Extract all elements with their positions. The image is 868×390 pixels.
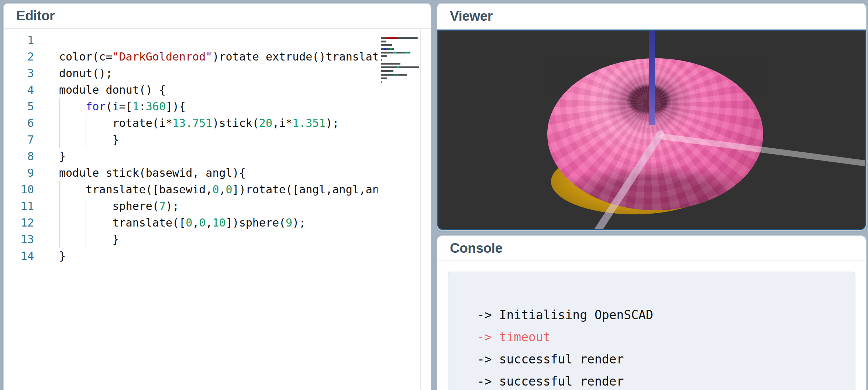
minimap-line — [381, 36, 420, 40]
code-token: (i=[ — [106, 100, 132, 113]
code-token: 360 — [146, 100, 166, 113]
code-line: 3donut(); — [4, 65, 431, 82]
indent-guide — [59, 181, 60, 198]
indent-guide — [59, 131, 60, 148]
minimap-line — [381, 55, 420, 58]
indent-guide — [86, 131, 86, 148]
minimap-line — [381, 58, 420, 62]
minimap-token — [381, 37, 386, 39]
indent-guide — [59, 231, 60, 248]
code-line: 9module stick(basewid, angl){ — [4, 165, 431, 181]
code-token: translate([ — [59, 216, 186, 229]
code-token: 9 — [286, 216, 292, 229]
minimap-token — [393, 52, 397, 54]
console-message: -> successful render — [477, 348, 847, 370]
indent-guide — [86, 231, 86, 248]
minimap-token — [392, 48, 394, 50]
code-token: 7 — [159, 200, 166, 213]
line-number: 6 — [4, 115, 34, 131]
indent-guide — [86, 115, 86, 131]
code-line-content — [59, 32, 378, 48]
code-token: } — [59, 133, 119, 146]
console-message: -> Initialising OpenSCAD — [477, 304, 847, 326]
minimap-token — [381, 41, 386, 42]
editor-minimap[interactable] — [380, 30, 421, 390]
code-line: 1 — [4, 32, 431, 48]
minimap-token — [381, 74, 394, 76]
minimap-line — [381, 62, 420, 66]
minimap-token — [417, 66, 419, 68]
console-message: -> timeout — [477, 326, 847, 348]
indent-guide — [59, 198, 60, 214]
minimap-token — [381, 59, 382, 61]
code-token: sphere( — [59, 200, 159, 213]
code-line: 12 translate([0,0,10])sphere(9); — [4, 214, 431, 231]
minimap-line — [381, 51, 420, 55]
code-line-content: } — [59, 148, 378, 165]
line-number: 13 — [4, 231, 34, 248]
indent-guide — [86, 214, 86, 231]
minimap-token — [397, 37, 417, 39]
viewer-panel: Viewer — [437, 3, 867, 231]
code-line-content: } — [59, 248, 378, 264]
minimap-token — [381, 63, 400, 65]
minimap-line — [381, 32, 420, 36]
code-line: 11 sphere(7); — [4, 198, 431, 214]
line-number: 9 — [4, 165, 34, 181]
code-line: 13 } — [4, 231, 431, 248]
line-number: 11 — [4, 198, 34, 214]
line-number: 10 — [4, 181, 34, 198]
code-token: 20 — [259, 117, 272, 130]
minimap-token — [386, 37, 397, 39]
code-token: module stick(basewid, angl){ — [59, 166, 246, 179]
minimap-token — [381, 66, 397, 68]
code-line-content: } — [59, 231, 378, 248]
minimap-line — [381, 69, 420, 73]
code-line: 14} — [4, 248, 431, 264]
code-token: translate([basewid, — [59, 183, 212, 196]
indent-guide — [86, 198, 86, 214]
minimap-line — [381, 47, 420, 51]
minimap-token — [381, 48, 384, 50]
console-panel: Console -> Initialising OpenSCAD-> timeo… — [437, 235, 867, 390]
code-token: 1 — [132, 100, 139, 113]
code-token: color(c= — [59, 50, 113, 63]
code-line-content: rotate(i*13.751)stick(20,i*1.351); — [59, 115, 378, 131]
code-editor[interactable]: 12color(c="DarkGoldenrod")rotate_extrude… — [4, 30, 431, 390]
code-line: 8} — [4, 148, 431, 165]
minimap-token — [381, 81, 382, 83]
code-token: 0 — [186, 216, 192, 229]
indent-guide — [59, 98, 60, 115]
console-header: Console — [437, 236, 866, 261]
line-number: 14 — [4, 248, 34, 264]
code-token: ])sphere( — [226, 216, 286, 229]
code-line: 6 rotate(i*13.751)stick(20,i*1.351); — [4, 115, 431, 131]
donut-bump-texture — [547, 58, 763, 210]
code-token: "DarkGoldenrod" — [113, 50, 213, 63]
code-line-content: for(i=[1:360]){ — [59, 98, 378, 115]
line-number: 3 — [4, 65, 34, 82]
code-token: donut(); — [59, 67, 113, 80]
code-line: 2color(c="DarkGoldenrod")rotate_extrude(… — [4, 48, 431, 65]
code-token: , — [219, 183, 225, 196]
code-token: ])rotate([angl,angl,angl* — [232, 183, 378, 196]
minimap-token — [381, 55, 387, 57]
code-token: ); — [166, 200, 179, 213]
z-axis-rod — [649, 31, 655, 125]
console-title: Console — [450, 241, 502, 256]
code-line-content: translate([basewid,0,0])rotate([angl,ang… — [59, 181, 378, 198]
editor-panel: Editor 12color(c="DarkGoldenrod")rotate_… — [3, 3, 431, 390]
indent-guide — [59, 214, 60, 231]
code-token: ); — [292, 216, 306, 229]
viewer-canvas-3d[interactable] — [437, 30, 866, 230]
code-token: 0 — [226, 183, 232, 196]
minimap-token — [417, 37, 418, 39]
console-log[interactable]: -> Initialising OpenSCAD-> timeout-> suc… — [448, 272, 855, 390]
minimap-token — [397, 52, 402, 54]
code-token: 0 — [212, 183, 219, 196]
code-token: , — [192, 216, 199, 229]
console-message: -> successful render — [477, 370, 847, 390]
code-line: 7 } — [4, 131, 431, 148]
line-number: 7 — [4, 131, 34, 148]
editor-header: Editor — [4, 4, 431, 29]
